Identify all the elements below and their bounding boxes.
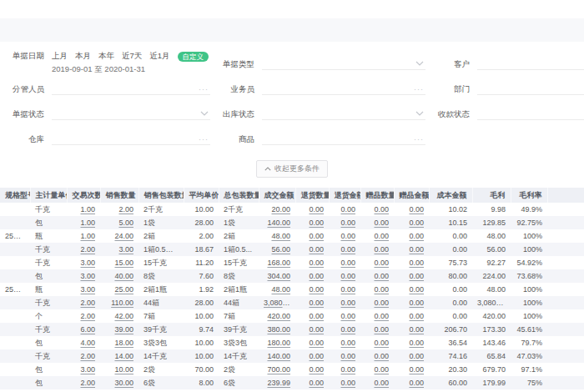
cell[interactable]: 0.00: [360, 203, 394, 216]
customer-input[interactable]: [477, 57, 584, 70]
cell[interactable]: 0.00: [329, 283, 360, 296]
cell[interactable]: 0.00: [329, 203, 360, 216]
cell[interactable]: 110.00: [100, 296, 138, 309]
date-range-text[interactable]: 2019-09-01 至 2020-01-31: [52, 64, 210, 75]
column-header[interactable]: 退货金额: [329, 188, 360, 203]
cell[interactable]: 0.00: [394, 203, 429, 216]
cell[interactable]: 2.00: [100, 203, 138, 216]
cell[interactable]: 0.00: [329, 309, 360, 323]
cell[interactable]: 0.00: [295, 243, 329, 256]
cell[interactable]: 10.00: [100, 363, 138, 376]
cell[interactable]: 5.00: [100, 216, 138, 229]
cell[interactable]: 30.00: [100, 376, 138, 389]
date-quick-link[interactable]: 本年: [98, 51, 114, 62]
cell[interactable]: 0.00: [295, 336, 329, 349]
cell[interactable]: 0.00: [295, 309, 329, 323]
cell[interactable]: 0.00: [360, 283, 394, 296]
cell[interactable]: 0.00: [360, 229, 394, 243]
cell[interactable]: 0.00: [360, 376, 394, 389]
cell[interactable]: 3.00: [100, 243, 138, 256]
cell[interactable]: 304.00: [259, 269, 295, 283]
cell[interactable]: 48.00: [259, 283, 295, 296]
cell[interactable]: 0.00: [394, 363, 429, 376]
cell[interactable]: 140.00: [259, 216, 295, 229]
cell[interactable]: 3.00: [67, 256, 100, 269]
cell[interactable]: 2.00: [67, 309, 100, 323]
column-header[interactable]: 平均单价: [184, 188, 219, 203]
cell[interactable]: 14.00: [100, 349, 138, 363]
cell[interactable]: 0.00: [295, 269, 329, 283]
cell[interactable]: 180.00: [259, 336, 295, 349]
cell[interactable]: 1.00: [67, 216, 100, 229]
cell[interactable]: 2.00: [67, 243, 100, 256]
cell[interactable]: 15.00: [100, 256, 138, 269]
date-quick-link[interactable]: 本月: [75, 51, 91, 62]
cell[interactable]: 0.00: [394, 256, 429, 269]
cell[interactable]: 0.00: [329, 349, 360, 363]
column-header[interactable]: 赠品数量: [360, 188, 394, 203]
cell[interactable]: 0.00: [360, 323, 394, 336]
cell[interactable]: 42.00: [100, 309, 138, 323]
product-input[interactable]: ···: [262, 132, 425, 145]
cell[interactable]: 0.00: [394, 243, 429, 256]
cell[interactable]: 0.00: [394, 216, 429, 229]
column-header[interactable]: 主计量单位: [30, 188, 67, 203]
cell[interactable]: 0.00: [394, 323, 429, 336]
cell[interactable]: 24.00: [100, 229, 138, 243]
cell[interactable]: 39.00: [100, 323, 138, 336]
column-header[interactable]: 退货数量: [295, 188, 329, 203]
cell[interactable]: 3.00: [67, 269, 100, 283]
cell[interactable]: 0.00: [295, 229, 329, 243]
cell[interactable]: 0.00: [295, 216, 329, 229]
warehouse-input[interactable]: ···: [52, 132, 210, 145]
cell[interactable]: 0.00: [360, 336, 394, 349]
salesman-input[interactable]: ···: [262, 82, 425, 95]
cell[interactable]: 0.00: [360, 269, 394, 283]
cell[interactable]: 239.99: [259, 376, 295, 389]
cell[interactable]: 0.00: [360, 256, 394, 269]
payment-status-input[interactable]: [477, 107, 584, 120]
cell[interactable]: 0.00: [295, 296, 329, 309]
cell[interactable]: 18.00: [100, 336, 138, 349]
cell[interactable]: 0.00: [329, 256, 360, 269]
cell[interactable]: 0.00: [394, 349, 429, 363]
cell[interactable]: 0.00: [360, 363, 394, 376]
cell[interactable]: 0.00: [360, 243, 394, 256]
manager-input[interactable]: ···: [52, 82, 210, 95]
cell[interactable]: 0.00: [329, 296, 360, 309]
cell[interactable]: 0.00: [329, 323, 360, 336]
cell[interactable]: 3.00: [67, 283, 100, 296]
cell[interactable]: 0.00: [394, 229, 429, 243]
date-quick-link[interactable]: 近7天: [122, 51, 142, 62]
cell[interactable]: 0.00: [360, 216, 394, 229]
cell[interactable]: 0.00: [394, 336, 429, 349]
doc-type-input[interactable]: [262, 57, 425, 70]
cell[interactable]: 4.00: [67, 336, 100, 349]
cell[interactable]: 25.00: [100, 283, 138, 296]
column-header[interactable]: 交易次数: [67, 188, 100, 203]
cell[interactable]: 1.00: [67, 229, 100, 243]
outbound-status-input[interactable]: [262, 107, 425, 120]
date-quick-link[interactable]: 近1月: [149, 51, 169, 62]
column-header[interactable]: 总包装数量: [219, 188, 259, 203]
cell[interactable]: 140.00: [259, 349, 295, 363]
cell[interactable]: 420.00: [259, 309, 295, 323]
cell[interactable]: 0.00: [329, 363, 360, 376]
cell[interactable]: 0.00: [394, 269, 429, 283]
cell[interactable]: 0.00: [295, 283, 329, 296]
column-header[interactable]: 销售包装数量: [138, 188, 184, 203]
cell[interactable]: 48.00: [259, 229, 295, 243]
cell[interactable]: 0.00: [295, 363, 329, 376]
cell[interactable]: 56.00: [259, 243, 295, 256]
cell[interactable]: 700.00: [259, 363, 295, 376]
cell[interactable]: 0.00: [394, 296, 429, 309]
doc-status-input[interactable]: [52, 107, 210, 120]
cell[interactable]: 0.00: [329, 243, 360, 256]
department-input[interactable]: [477, 82, 584, 95]
cell[interactable]: 0.00: [329, 216, 360, 229]
cell[interactable]: 20.00: [259, 203, 295, 216]
cell[interactable]: 0.00: [329, 376, 360, 389]
cell[interactable]: 0.00: [360, 309, 394, 323]
cell[interactable]: 0.00: [394, 309, 429, 323]
cell[interactable]: 0.00: [295, 349, 329, 363]
